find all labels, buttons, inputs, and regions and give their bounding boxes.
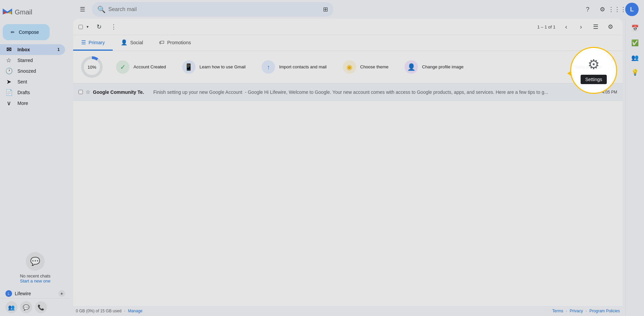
inbox-icon: ✉ (5, 46, 12, 53)
more-icon: ∨ (5, 100, 12, 107)
sidebar: Gmail ✏ Compose ✉ Inbox 1 ☆ Starred 🕐 Sn… (0, 0, 70, 316)
no-chats-text: No recent chats (20, 273, 50, 278)
sidebar-item-drafts[interactable]: 📄 Drafts (0, 87, 65, 98)
social-tab-label: Social (130, 40, 143, 45)
email-subject: Finish setting up your new Google Accoun… (153, 89, 597, 95)
step-choose-theme[interactable]: ◉ Choose theme (337, 58, 394, 76)
email-checkbox[interactable] (78, 90, 83, 94)
add-account-button[interactable]: + (58, 290, 65, 297)
chat-avatar: 💬 (26, 252, 45, 271)
lifewire-section[interactable]: L Lifewire + (0, 289, 70, 298)
account-created-icon: ✓ (116, 60, 129, 74)
main-wrapper: ☰ 🔍 ⊞ ? ⚙ ⋮⋮⋮ L ▾ (70, 0, 644, 316)
settings-gear-button[interactable]: ⚙ (604, 20, 617, 34)
account-button[interactable]: L (625, 3, 639, 16)
drafts-label: Drafts (17, 90, 60, 95)
setup-progress-label: Setup progress (575, 65, 602, 69)
chat-icon-btn[interactable]: 💬 (20, 301, 32, 313)
toolbar-left: ▾ ↻ ⋮ (78, 20, 120, 34)
select-all-checkbox[interactable] (78, 25, 83, 29)
next-page-button[interactable]: › (574, 20, 588, 34)
footer: 0 GB (0%) of 15 GB used · Manage Terms ·… (70, 306, 625, 316)
privacy-link[interactable]: Privacy (570, 309, 583, 313)
close-setup-button[interactable]: ✕ (610, 56, 614, 63)
primary-tab-label: Primary (89, 40, 105, 45)
step-import-contacts[interactable]: ↑ Import contacts and mail (256, 58, 332, 76)
compose-label: Compose (19, 29, 39, 35)
keep-panel-icon[interactable]: 💡 (628, 66, 642, 79)
lifewire-label: Lifewire (15, 291, 31, 296)
step-account-created[interactable]: ✓ Account Created (111, 58, 171, 76)
select-dropdown-button[interactable]: ▾ (84, 23, 91, 30)
progress-percent: 10% (84, 59, 100, 75)
chat-area: 💬 No recent chats Start a new one (0, 247, 70, 289)
star-button[interactable]: ☆ (86, 89, 90, 95)
inbox-label: Inbox (17, 47, 52, 52)
list-view-button[interactable]: ☰ (589, 20, 602, 34)
account-created-label: Account Created (133, 64, 166, 70)
learn-gmail-icon: 📱 (182, 60, 196, 74)
tasks-panel-icon[interactable]: ✅ (628, 36, 642, 50)
step-learn-gmail[interactable]: 📱 Learn how to use Gmail (177, 58, 251, 76)
email-sender: Google Community Te. (93, 89, 153, 95)
people-icon-btn[interactable]: 👥 (5, 301, 17, 313)
sidebar-item-sent[interactable]: ➤ Sent (0, 76, 65, 87)
email-tabs: ☰ Primary 👤 Social 🏷 Promotions (73, 35, 623, 51)
search-bar[interactable]: 🔍 ⊞ (92, 2, 333, 17)
bottom-icons: 👥 💬 📞 (0, 298, 70, 316)
program-policies-link[interactable]: Program Policies (589, 309, 620, 313)
calendar-panel-icon[interactable]: 📅 (628, 21, 642, 35)
filter-icon[interactable]: ⊞ (323, 6, 328, 13)
import-contacts-label: Import contacts and mail (279, 64, 327, 70)
tab-primary[interactable]: ☰ Primary (73, 35, 113, 51)
primary-tab-icon: ☰ (81, 39, 86, 46)
sidebar-item-starred[interactable]: ☆ Starred (0, 55, 65, 66)
learn-gmail-label: Learn how to use Gmail (200, 64, 246, 70)
choose-theme-label: Choose theme (360, 64, 389, 70)
compose-button[interactable]: ✏ Compose (3, 24, 50, 40)
search-input[interactable] (108, 6, 320, 12)
email-main: ▾ ↻ ⋮ 1 – 1 of 1 ‹ › ☰ ⚙ ☰ (70, 19, 625, 316)
storage-text: 0 GB (0%) of 15 GB used (76, 309, 121, 313)
progress-circle: 10% (81, 56, 103, 78)
toolbar-right: 1 – 1 of 1 ‹ › ☰ ⚙ (535, 20, 617, 34)
gmail-logo: Gmail (0, 3, 70, 21)
tab-promotions[interactable]: 🏷 Promotions (151, 35, 199, 51)
drafts-icon: 📄 (5, 89, 12, 96)
right-panel: 📅 ✅ 👥 💡 (625, 19, 644, 316)
content-area: ▾ ↻ ⋮ 1 – 1 of 1 ‹ › ☰ ⚙ ☰ (70, 19, 644, 316)
starred-label: Starred (17, 58, 60, 63)
sidebar-item-snoozed[interactable]: 🕐 Snoozed (0, 66, 65, 76)
tab-social[interactable]: 👤 Social (113, 35, 151, 51)
table-row[interactable]: ☆ Google Community Te. Finish setting up… (73, 83, 623, 101)
topbar-left: ☰ (76, 3, 89, 16)
email-subject-text: Finish setting up your new Google Accoun… (153, 89, 242, 95)
contacts-panel-icon[interactable]: 👥 (628, 51, 642, 64)
menu-button[interactable]: ☰ (76, 3, 89, 16)
compose-icon: ✏ (11, 29, 15, 35)
refresh-button[interactable]: ↻ (92, 20, 106, 34)
sidebar-item-inbox[interactable]: ✉ Inbox 1 (0, 44, 65, 55)
terms-link[interactable]: Terms (552, 309, 564, 313)
phone-icon-btn[interactable]: 📞 (35, 301, 47, 313)
footer-dot-2: · (566, 309, 567, 313)
step-change-profile[interactable]: 👤 Change profile image (399, 58, 469, 76)
promotions-tab-label: Promotions (167, 40, 191, 45)
email-toolbar: ▾ ↻ ⋮ 1 – 1 of 1 ‹ › ☰ ⚙ (73, 19, 623, 35)
sidebar-item-more[interactable]: ∨ More (0, 98, 65, 109)
more-label: More (17, 101, 60, 106)
support-button[interactable]: ? (581, 3, 594, 16)
snoozed-label: Snoozed (17, 68, 60, 74)
start-chat-link[interactable]: Start a new one (20, 278, 50, 283)
more-options-button[interactable]: ⋮ (107, 20, 120, 34)
apps-button[interactable]: ⋮⋮⋮ (610, 3, 624, 16)
change-profile-icon: 👤 (405, 60, 418, 74)
topbar-right: ? ⚙ ⋮⋮⋮ L (581, 3, 639, 16)
email-preview: - Google Hi Lifewire, Welcome to Google.… (245, 89, 548, 95)
sidebar-nav: ✉ Inbox 1 ☆ Starred 🕐 Snoozed ➤ Sent 📄 D… (0, 44, 70, 109)
manage-link[interactable]: Manage (128, 309, 142, 313)
setup-steps: ✓ Account Created 📱 Learn how to use Gma… (111, 58, 567, 76)
settings-button[interactable]: ⚙ (596, 3, 609, 16)
footer-dot-1: · (124, 309, 125, 313)
prev-page-button[interactable]: ‹ (559, 20, 573, 34)
